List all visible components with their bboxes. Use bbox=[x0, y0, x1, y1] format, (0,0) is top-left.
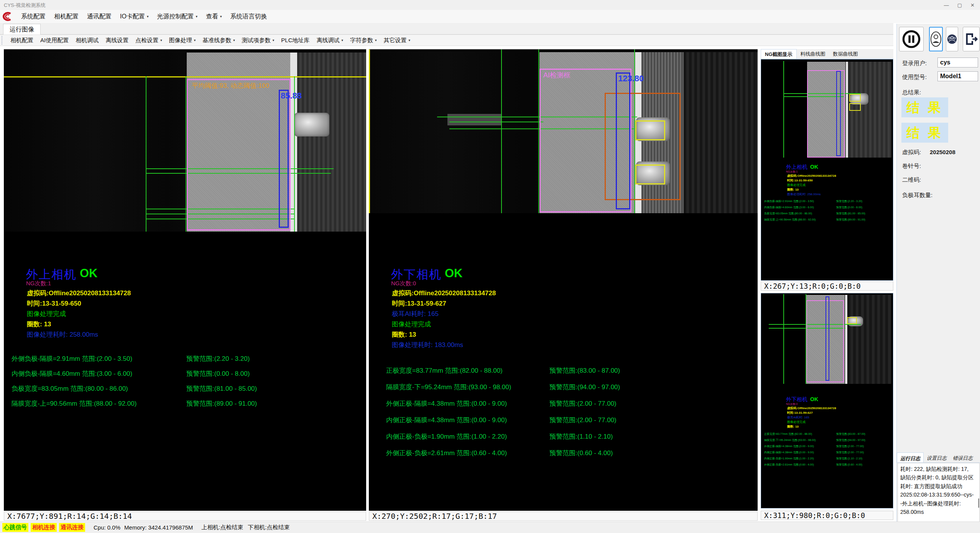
tool-offline-debug[interactable]: 离线调试▾ bbox=[317, 37, 344, 44]
tool-image-processing[interactable]: 图像处理▾ bbox=[169, 37, 196, 44]
width-value-label: 123.80 bbox=[618, 74, 644, 84]
close-icon[interactable]: ✕ bbox=[970, 2, 975, 8]
result-badge-lower: 结 果 bbox=[901, 123, 948, 143]
mini-time: 时间:13-31-59-650 bbox=[787, 178, 813, 183]
tool-test-item-params[interactable]: 测试项参数▾ bbox=[242, 37, 275, 44]
tool-other-settings[interactable]: 其它设置▾ bbox=[384, 37, 411, 44]
model-field[interactable] bbox=[937, 71, 978, 81]
dropdown-arrow-icon: ▾ bbox=[233, 38, 235, 42]
login-user-label: 登录用户: bbox=[902, 60, 927, 67]
total-result-label: 总结果: bbox=[902, 89, 921, 96]
mini-measurement: 隔膜宽度-下=95.24mm 范围:(93.00 - 98.00) bbox=[764, 438, 816, 442]
measurement-text: 隔膜宽度-下=95.24mm 范围:(93.00 - 98.00) bbox=[386, 383, 511, 392]
maximize-icon[interactable]: ▢ bbox=[957, 2, 962, 8]
width-measure-box bbox=[279, 90, 289, 228]
comm-link-indicator: 通讯连接 bbox=[59, 523, 85, 532]
tab-settings-log[interactable]: 设置日志 bbox=[924, 452, 950, 462]
tool-camera-config[interactable]: 相机配置 bbox=[10, 37, 33, 44]
pause-button[interactable] bbox=[899, 27, 924, 51]
menu-language-switch[interactable]: 系统语言切换 bbox=[230, 13, 267, 21]
tool-baseline-params[interactable]: 基准线参数▾ bbox=[202, 37, 235, 44]
width-value-label: 85.88 bbox=[281, 91, 302, 101]
users-group-button[interactable] bbox=[946, 27, 958, 51]
view-tabrow: 运行图像 bbox=[0, 23, 893, 35]
mini-warning: 预警范围:(0.00 - 8.00) bbox=[836, 206, 862, 209]
menu-view[interactable]: 查看▾ bbox=[206, 13, 222, 21]
mini-green-line bbox=[783, 61, 784, 158]
tab-run-image[interactable]: 运行图像 bbox=[3, 24, 41, 35]
mini-warning: 预警范围:(2.00 - 77.00) bbox=[836, 451, 864, 454]
pixel-coord-readout-thumb2: X:311;Y:980;R:0;G:0;B:0 bbox=[761, 511, 893, 520]
tool-plc-address-lib[interactable]: PLC地址库 bbox=[281, 37, 309, 44]
tab-ng-screenshot[interactable]: NG截图显示 bbox=[761, 49, 797, 59]
menu-comm-config[interactable]: 通讯配置 bbox=[87, 13, 112, 21]
user-button[interactable] bbox=[929, 27, 943, 51]
control-sidebar: 登录用户: 使用型号: 总结果: 结 果 结 果 虚拟码: 20250208 卷… bbox=[896, 24, 980, 533]
mini-tab-box bbox=[849, 103, 861, 111]
camera-view-upper[interactable]: 平均阈值:93, 动态阈值:100 85.88 外上相机 OK NG次数:1 虚… bbox=[4, 49, 366, 511]
minimize-icon[interactable]: — bbox=[944, 2, 949, 8]
time-label: 时间:13-31-59-627 bbox=[392, 299, 446, 308]
green-reference-line bbox=[501, 49, 502, 213]
mini-loop-count: 圈数: 13 bbox=[787, 188, 799, 192]
mini-edge bbox=[846, 62, 848, 158]
menu-io-card-config[interactable]: IO卡配置▾ bbox=[120, 13, 148, 21]
tool-spot-check[interactable]: 点检设置▾ bbox=[135, 37, 162, 44]
mini-ng-count: NG次数:0 bbox=[786, 402, 797, 406]
virtual-code-value: 20250208 bbox=[930, 149, 955, 155]
log-scrollbar[interactable] bbox=[978, 498, 979, 508]
warning-range: 预警范围:(83.00 - 87.00) bbox=[549, 366, 620, 375]
ng-thumbnail-upper[interactable]: 外上相机 OK NG次数:1 虚拟码:Offline20250208133134… bbox=[761, 59, 893, 281]
dropdown-arrow-icon: ▾ bbox=[375, 38, 377, 42]
mini-measurement: 外侧负极-隔膜=2.91mm 范围:(2.00 - 3.50) bbox=[764, 199, 814, 203]
camera-view-lower[interactable]: AI检测框 123.80 外下相机 OK NG次数:0 虚拟码:Offline2… bbox=[369, 49, 758, 511]
mini-warning: 预警范围:(94.00 - 97.00) bbox=[836, 438, 865, 442]
tab-material-curve[interactable]: 料线曲线图 bbox=[797, 49, 829, 59]
right-texture-region bbox=[684, 52, 758, 213]
right-texture-region bbox=[297, 53, 366, 232]
mini-measurement: 正极宽度=83.77mm 范围:(82.00 - 88.00) bbox=[764, 432, 812, 436]
mini-measurement: 外侧正极-负极=2.61mm 范围:(0.60 - 4.00) bbox=[764, 463, 814, 467]
mini-tab-box bbox=[849, 94, 861, 102]
menubar: 系统配置 相机配置 通讯配置 IO卡配置▾ 光源控制配置▾ 查看▾ 系统语言切换 bbox=[0, 10, 980, 23]
warning-range: 预警范围:(2.00 - 77.00) bbox=[549, 416, 617, 424]
statusbar: 心跳信号 相机连接 通讯连接 Cpu: 0.0% Memory: 3424.41… bbox=[0, 521, 980, 533]
roll-number-label: 卷针号: bbox=[902, 163, 921, 170]
menu-system-config[interactable]: 系统配置 bbox=[21, 13, 46, 21]
tool-ai-use-config[interactable]: AI使用配置 bbox=[40, 37, 69, 44]
mini-measurement: 负极宽度=83.05mm 范围:(80.00 - 86.00) bbox=[764, 212, 812, 216]
process-time-label: 图像处理耗时: 258.00ms bbox=[27, 330, 98, 339]
menu-camera-config[interactable]: 相机配置 bbox=[54, 13, 79, 21]
toolbar-grip-icon bbox=[2, 36, 3, 44]
log-panel: 运行日志 设置日志 错误日志 耗时: 222, 缺陷检测耗时: 17, 缺陷分类… bbox=[897, 452, 980, 533]
mini-loop-count: 圈数: 13 bbox=[787, 424, 799, 429]
green-reference-line bbox=[538, 49, 539, 213]
tool-offline-settings[interactable]: 离线设置 bbox=[105, 37, 128, 44]
memory-usage: Memory: 3424.41796875M bbox=[124, 524, 193, 531]
process-done-label: 图像处理完成 bbox=[392, 320, 431, 329]
menu-light-control-config[interactable]: 光源控制配置▾ bbox=[157, 13, 197, 21]
tab-error-log[interactable]: 错误日志 bbox=[950, 452, 976, 462]
mini-camera-result: OK bbox=[810, 164, 818, 170]
mini-texture bbox=[848, 295, 891, 384]
threshold-label: 平均阈值:93, 动态阈值:100 bbox=[192, 81, 269, 90]
mini-edge bbox=[845, 295, 847, 384]
measurement-text: 外侧负极-隔膜=2.91mm 范围:(2.00 - 3.50) bbox=[12, 354, 132, 363]
exit-button[interactable] bbox=[963, 27, 980, 51]
tab-run-log[interactable]: 运行日志 bbox=[897, 452, 924, 462]
tool-char-params[interactable]: 字符参数▾ bbox=[350, 37, 377, 44]
login-user-field[interactable] bbox=[937, 58, 978, 67]
tool-camera-debug[interactable]: 相机调试 bbox=[76, 37, 99, 44]
mini-ng-count: NG次数:1 bbox=[786, 170, 797, 174]
dropdown-arrow-icon: ▾ bbox=[409, 38, 411, 42]
camera-result-label: OK bbox=[80, 266, 98, 280]
tab-data-curve[interactable]: 数据曲线图 bbox=[829, 49, 862, 59]
upper-camera-status: 上相机:点检结束 bbox=[201, 524, 243, 531]
gray-band bbox=[447, 114, 501, 125]
pixel-coord-readout-lower: X:270;Y:2502;R:17;G:17;B:17 bbox=[369, 512, 758, 521]
negative-tab-count-label: 负极耳数量: bbox=[902, 192, 932, 199]
yellow-reference-line bbox=[4, 76, 366, 77]
ng-thumbnail-lower[interactable]: 外下相机 OK NG次数:0 虚拟码:Offline20250208133134… bbox=[761, 293, 893, 508]
measurement-text: 负极宽度=83.05mm 范围:(80.00 - 86.00) bbox=[12, 384, 128, 393]
mini-camera-result: OK bbox=[810, 396, 818, 402]
